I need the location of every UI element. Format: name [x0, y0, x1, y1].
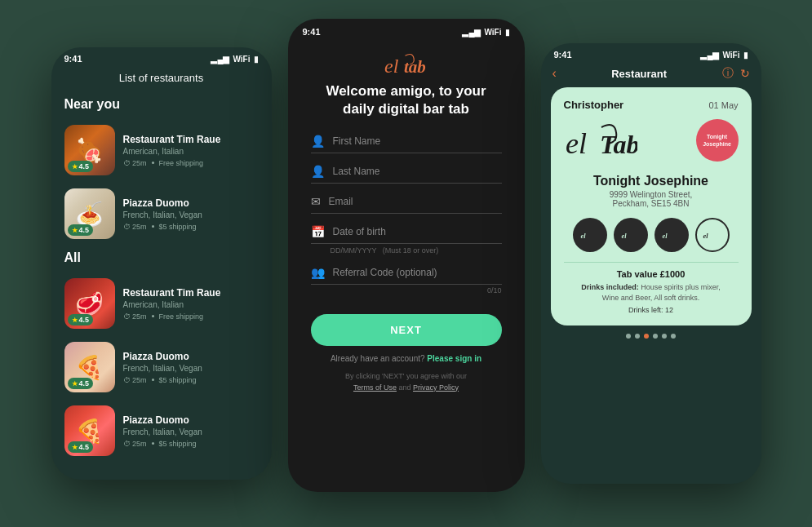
restaurant-thumbnail: ★ 4.5	[64, 278, 115, 329]
distance: ⏱ 25m	[123, 312, 147, 321]
svg-text:Tab: Tab	[600, 130, 637, 159]
restaurant-info: Piazza Duomo French, Italian, Vegan ⏱ 25…	[123, 351, 259, 384]
star-icon: ★	[72, 163, 78, 170]
battery-icon: ▮	[254, 55, 259, 64]
back-button[interactable]: ‹	[552, 66, 557, 81]
drinks-left: Drinks left: 12	[564, 306, 739, 314]
email-field: ✉	[311, 195, 502, 214]
tab-card-header: Christopher 01 May	[564, 99, 739, 111]
section-all: All	[51, 246, 272, 272]
svg-text:el: el	[580, 232, 586, 240]
shipping: Free shipping	[159, 159, 204, 167]
list-item[interactable]: ★ 4.5 Restaurant Tim Raue American, Ital…	[51, 118, 272, 182]
status-bar-3: 9:41 ▂▄▆ WiFi ▮	[541, 43, 761, 63]
restaurant-name: Piazza Duomo	[123, 197, 259, 209]
privacy-link[interactable]: Privacy Policy	[413, 383, 459, 392]
status-icons-3: ▂▄▆ WiFi ▮	[700, 51, 748, 60]
section-near-you: Near you	[51, 92, 272, 118]
signup-content: el tab Welcome amigo, to your daily digi…	[288, 40, 525, 406]
star-icon: ★	[72, 227, 78, 234]
separator	[152, 442, 154, 445]
venue-badge: TonightJosephine	[696, 119, 739, 162]
tab-icon-3[interactable]: el	[654, 218, 689, 252]
shipping: $5 shipping	[159, 376, 197, 384]
rating-value: 4.5	[79, 379, 90, 388]
referral-input[interactable]	[333, 267, 502, 278]
share-icon[interactable]: ↻	[740, 67, 750, 80]
signin-label: Already have an account?	[331, 354, 425, 363]
drinks-included: Drinks included: House spirits plus mixe…	[564, 282, 739, 303]
referral-icon: 👥	[311, 266, 325, 279]
dob-input[interactable]	[333, 226, 502, 237]
distance: ⏱ 25m	[123, 223, 147, 231]
star-icon: ★	[72, 444, 78, 451]
svg-text:el: el	[703, 232, 708, 240]
restaurant-info: Piazza Duomo French, Italian, Vegan ⏱ 25…	[123, 197, 259, 231]
restaurant-name: Piazza Duomo	[123, 351, 259, 362]
email-icon: ✉	[311, 195, 321, 208]
terms-pre: By clicking 'NEXT' you agree with our	[345, 372, 467, 380]
logo-area: el Tab TonightJosephine	[564, 119, 739, 167]
shipping: $5 shipping	[159, 223, 197, 231]
email-row: ✉	[311, 195, 502, 214]
restaurant-cuisine: French, Italian, Vegan	[123, 427, 259, 436]
time-2: 9:41	[303, 27, 321, 37]
status-bar-2: 9:41 ▂▄▆ WiFi ▮	[288, 19, 525, 40]
restaurant-thumbnail: ★ 4.5	[64, 405, 115, 456]
info-icon[interactable]: ⓘ	[722, 66, 734, 81]
rating-badge: ★ 4.5	[68, 378, 94, 389]
navigation-bar: ‹ Restaurant ⓘ ↻	[541, 63, 761, 87]
restaurant-name: Piazza Duomo	[123, 414, 259, 426]
card-logo: el Tab	[564, 119, 637, 167]
dot-4	[653, 334, 658, 339]
next-button[interactable]: NEXT	[311, 314, 502, 346]
last-name-input[interactable]	[333, 166, 502, 177]
restaurant-meta: ⏱ 25m $5 shipping	[123, 440, 259, 448]
dot-3-active	[644, 334, 649, 339]
list-item[interactable]: ★ 4.5 Piazza Duomo French, Italian, Vega…	[51, 335, 272, 399]
star-icon: ★	[72, 380, 78, 388]
last-name-field: 👤	[311, 165, 502, 184]
rating-value: 4.5	[79, 443, 90, 451]
restaurant-cuisine: American, Italian	[123, 147, 259, 156]
person-icon: 👤	[311, 135, 325, 148]
restaurant-meta: ⏱ 25m Free shipping	[123, 159, 259, 167]
tab-icon-2[interactable]: el	[614, 218, 648, 252]
status-icons-2: ▂▄▆ WiFi ▮	[462, 28, 509, 37]
card-divider	[564, 262, 739, 263]
dob-row: 📅	[311, 225, 502, 244]
rating-value: 4.5	[79, 316, 90, 324]
phone-signup: 9:41 ▂▄▆ WiFi ▮ el tab Welcome amigo, to…	[288, 19, 525, 492]
first-name-row: 👤	[311, 135, 502, 153]
dot-2	[635, 334, 640, 339]
list-item[interactable]: ★ 4.5 Piazza Duomo French, Italian, Vega…	[51, 399, 272, 463]
terms-link[interactable]: Terms of Use	[353, 383, 397, 392]
signal-icon: ▂▄▆	[462, 28, 481, 37]
shipping: Free shipping	[159, 312, 204, 321]
tab-date: 01 May	[708, 100, 738, 110]
signin-link[interactable]: Please sign in	[427, 354, 481, 363]
referral-field: 👥 0/10	[311, 266, 502, 294]
referral-row: 👥	[311, 266, 502, 285]
dot-1	[626, 334, 631, 339]
tab-icon-4[interactable]: el	[695, 218, 730, 252]
rating-value: 4.5	[79, 226, 90, 234]
distance: ⏱ 25m	[123, 159, 147, 167]
restaurant-name: Restaurant Tim Raue	[123, 287, 259, 299]
phone-restaurant-list: 9:41 ▂▄▆ WiFi ▮ List of restaurants Near…	[51, 47, 272, 480]
list-item[interactable]: ★ 4.5 Piazza Duomo French, Italian, Vega…	[51, 182, 272, 246]
first-name-input[interactable]	[333, 135, 502, 147]
terms-and: and	[398, 383, 413, 392]
battery-icon: ▮	[505, 28, 510, 37]
email-input[interactable]	[329, 196, 502, 207]
list-item[interactable]: ★ 4.5 Restaurant Tim Raue American, Ital…	[51, 272, 272, 335]
separator	[152, 225, 154, 228]
star-icon: ★	[72, 317, 78, 324]
venue-name: Tonight Josephine	[564, 174, 739, 188]
nav-action-icons: ⓘ ↻	[722, 66, 750, 81]
wifi-icon: WiFi	[722, 51, 739, 60]
rating-badge: ★ 4.5	[68, 314, 94, 326]
wifi-icon: WiFi	[484, 28, 501, 37]
screen-title: List of restaurants	[51, 67, 272, 92]
tab-icon-1[interactable]: el	[573, 218, 607, 252]
